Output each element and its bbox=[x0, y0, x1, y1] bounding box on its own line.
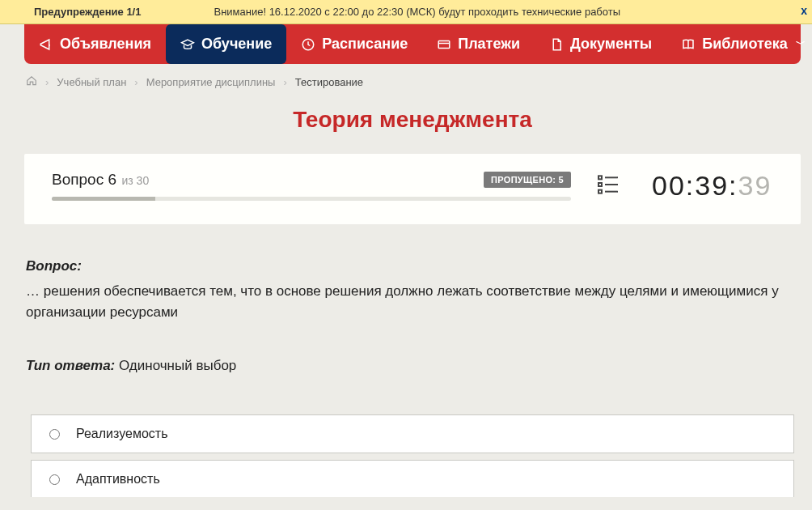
clock-icon bbox=[301, 37, 315, 52]
answer-radio[interactable] bbox=[49, 429, 60, 440]
question-list-button[interactable] bbox=[595, 172, 628, 201]
nav-payments[interactable]: Платежи bbox=[422, 24, 535, 64]
nav-library[interactable]: Библиотека ﹀ bbox=[666, 24, 812, 64]
nav-announcements[interactable]: Объявления bbox=[24, 24, 166, 64]
answer-type-label: Тип ответа: bbox=[26, 358, 115, 373]
megaphone-icon bbox=[39, 37, 53, 52]
svg-rect-1 bbox=[438, 40, 450, 48]
nav-label: Библиотека bbox=[702, 36, 788, 53]
breadcrumb: › Учебный план › Мероприятие дисциплины … bbox=[26, 75, 799, 89]
answer-radio[interactable] bbox=[49, 474, 60, 485]
svg-rect-2 bbox=[598, 176, 602, 179]
answer-option[interactable]: Адаптивность bbox=[31, 460, 794, 497]
question-status-card: Вопрос 6 из 30 ПРОПУЩЕНО: 5 00:39:39 bbox=[24, 154, 801, 224]
nav-label: Документы bbox=[570, 36, 652, 53]
book-icon bbox=[681, 37, 696, 52]
answer-option-label: Реализуемость bbox=[76, 427, 167, 441]
countdown-timer: 00:39:39 bbox=[652, 170, 773, 202]
nav-label: Объявления bbox=[60, 36, 151, 53]
home-icon[interactable] bbox=[26, 75, 37, 89]
question-header: Вопрос: bbox=[26, 258, 799, 274]
timer-main: 00:39: bbox=[652, 170, 738, 202]
breadcrumb-sep-icon: › bbox=[134, 76, 137, 88]
nav-label: Расписание bbox=[322, 36, 408, 53]
timer-seconds: 39 bbox=[738, 170, 772, 202]
nav-schedule[interactable]: Расписание bbox=[286, 24, 422, 64]
question-total: из 30 bbox=[121, 174, 149, 187]
main-nav: Объявления Обучение Расписание Платежи bbox=[24, 24, 801, 64]
nav-learning[interactable]: Обучение bbox=[166, 24, 286, 64]
svg-rect-4 bbox=[598, 189, 602, 193]
breadcrumb-sep-icon: › bbox=[283, 76, 286, 88]
answer-type-value: Одиночный выбор bbox=[115, 358, 236, 373]
svg-rect-3 bbox=[598, 183, 602, 186]
graduation-icon bbox=[180, 37, 195, 52]
nav-label: Платежи bbox=[458, 36, 520, 53]
breadcrumb-discipline-event[interactable]: Мероприятие дисциплины bbox=[146, 76, 276, 88]
progress-bar bbox=[52, 197, 571, 201]
nav-label: Обучение bbox=[201, 36, 272, 53]
breadcrumb-sep-icon: › bbox=[45, 76, 49, 88]
answer-option-label: Адаптивность bbox=[76, 472, 160, 487]
card-icon bbox=[437, 37, 451, 52]
warning-label: Предупреждение 1/1 bbox=[34, 6, 141, 18]
breadcrumb-study-plan[interactable]: Учебный план bbox=[57, 76, 126, 88]
page-title: Теория менеджмента bbox=[0, 107, 812, 133]
document-icon bbox=[549, 37, 564, 52]
nav-documents[interactable]: Документы bbox=[535, 24, 666, 64]
answer-options: Реализуемость Адаптивность bbox=[31, 414, 794, 497]
question-number: Вопрос 6 bbox=[52, 171, 116, 188]
skipped-badge: ПРОПУЩЕНО: 5 bbox=[484, 172, 571, 188]
answer-option[interactable]: Реализуемость bbox=[31, 414, 794, 453]
answer-type: Тип ответа: Одиночный выбор bbox=[26, 358, 799, 374]
close-banner-button[interactable]: x bbox=[801, 4, 807, 17]
question-text: … решения обеспечивается тем, что в осно… bbox=[26, 281, 799, 322]
warning-banner: Предупреждение 1/1 Внимание! 16.12.2020 … bbox=[0, 0, 812, 24]
warning-message: Внимание! 16.12.2020 с 22:00 до 22:30 (М… bbox=[214, 6, 620, 18]
breadcrumb-testing: Тестирование bbox=[295, 76, 363, 88]
progress-fill bbox=[52, 197, 155, 201]
chevron-down-icon: ﹀ bbox=[796, 37, 806, 51]
